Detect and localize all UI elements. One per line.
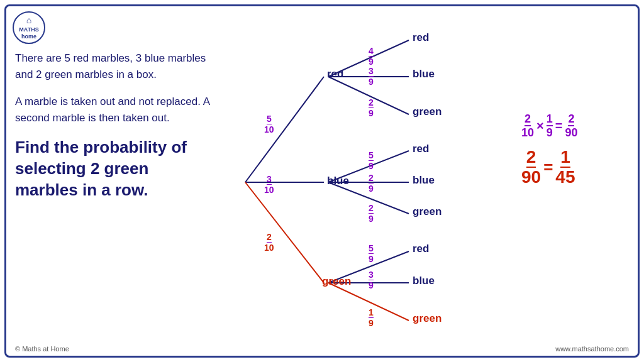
frac-2-10: 2 10 [264,233,274,252]
end-rg: green [413,106,441,118]
end-br: red [413,143,429,155]
equation-2: 2 90 = 1 45 [521,148,631,186]
frac-5-10: 5 10 [264,114,274,134]
node-red: red [327,68,343,80]
eq2-equals: = [543,158,553,177]
frac-3-10: 3 10 [264,175,274,194]
logo: ⌂ MATHS home [13,11,45,44]
problem-text-1: There are 5 red marbles, 3 blue marbles … [15,50,210,82]
find-text: Find the probability of selecting 2 gree… [15,137,210,200]
tree-diagram: red blue green red blue green red blue g… [208,13,491,352]
equations-panel: 2 10 × 1 9 = 2 90 2 90 = 1 45 [521,113,631,192]
frac-br: 5 9 [369,151,374,170]
equation-1: 2 10 × 1 9 = 2 90 [521,113,631,138]
eq2-frac1: 2 90 [521,148,541,186]
node-green: green [322,275,351,288]
frac-gb: 3 9 [369,270,374,290]
end-gb: blue [413,275,435,287]
eq1-equals: = [555,119,563,133]
eq1-frac1: 2 10 [521,113,534,138]
eq2-frac2: 1 45 [555,148,575,186]
eq1-times: × [536,119,544,133]
footer-left: © Maths at Home [15,345,69,353]
logo-text-maths: MATHS [19,26,38,33]
end-rb: blue [413,68,435,80]
end-rr: red [413,31,429,44]
frac-gg: 1 9 [369,308,374,327]
eq1-frac2: 1 9 [547,113,553,138]
frac-bg: 2 9 [369,204,374,223]
frac-bb: 2 9 [369,173,374,193]
frac-gr: 5 9 [369,244,374,263]
end-bg: green [413,206,441,218]
frac-rg: 2 9 [369,98,374,118]
svg-line-0 [245,77,324,182]
end-gr: red [413,243,429,255]
eq1-frac3: 2 90 [565,113,577,138]
footer-right: www.mathsathome.com [555,345,629,353]
svg-line-2 [245,182,324,283]
end-bb: blue [413,174,435,187]
main-container: ⌂ MATHS home There are 5 red marbles, 3 … [4,4,640,358]
frac-rr: 4 9 [369,47,374,66]
logo-text-home: home [21,33,36,40]
logo-house-icon: ⌂ [26,15,31,26]
tree-svg [208,13,491,352]
left-panel: There are 5 red marbles, 3 blue marbles … [15,50,210,200]
problem-text-2: A marble is taken out and not replaced. … [15,94,210,126]
frac-rb: 3 9 [369,67,374,86]
end-gg: green [413,312,441,325]
node-blue: blue [327,175,349,187]
